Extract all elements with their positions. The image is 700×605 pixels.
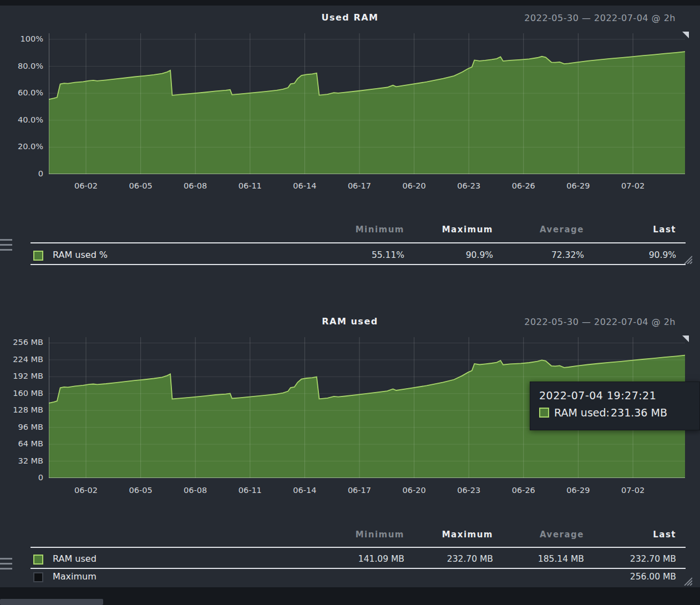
- y-axis-tick-label: 224 MB: [0, 355, 43, 364]
- legend-header-minimum: Minimum: [327, 225, 404, 235]
- x-axis-tick-label: 06-20: [403, 181, 426, 190]
- stat-average: 72.32%: [506, 250, 584, 260]
- legend-header-maximum: Maximum: [415, 225, 493, 235]
- y-axis-tick-label: 32 MB: [0, 456, 43, 465]
- y-axis-tick-label: 192 MB: [0, 372, 43, 380]
- plot-area[interactable]: [49, 33, 685, 174]
- x-axis-tick-label: 06-08: [184, 181, 207, 190]
- legend-header-minimum: Minimum: [327, 530, 404, 540]
- x-axis-tick-label: 06-20: [403, 486, 426, 495]
- x-axis-tick-label: 06-11: [239, 181, 262, 190]
- x-axis-tick-label: 06-14: [293, 181, 316, 190]
- x-axis-tick-label: 06-17: [348, 181, 371, 190]
- stat-maximum: 232.70 MB: [415, 554, 493, 564]
- y-axis-tick-label: 64 MB: [0, 439, 43, 448]
- resize-handle-icon[interactable]: [681, 575, 692, 586]
- series-swatch-icon[interactable]: [33, 251, 43, 261]
- x-axis-tick-label: 06-05: [129, 181, 153, 190]
- legend-header-last: Last: [598, 225, 676, 235]
- tooltip-series-row: RAM used: 231.36 MB: [539, 406, 699, 419]
- series-swatch-icon[interactable]: [33, 555, 43, 565]
- x-axis-tick-label: 06-23: [457, 486, 480, 495]
- resize-handle-icon[interactable]: [681, 253, 692, 264]
- x-axis-tick-label: 06-11: [239, 486, 262, 495]
- chart-tooltip: 2022-07-04 19:27:21 RAM used: 231.36 MB: [530, 382, 700, 430]
- x-axis-tick-label: 06-26: [512, 181, 535, 190]
- legend-header-average: Average: [506, 530, 584, 540]
- x-axis-tick-label: 06-17: [348, 486, 371, 495]
- x-axis-tick-label: 06-05: [129, 486, 153, 495]
- legend-header-last: Last: [598, 530, 676, 540]
- y-axis-tick-label: 160 MB: [0, 389, 43, 398]
- legend-divider: [31, 547, 686, 548]
- y-axis-tick-label: 0: [0, 473, 43, 482]
- legend-header-maximum: Maximum: [415, 530, 493, 540]
- stat-maximum: 90.9%: [415, 250, 493, 260]
- series-label: Maximum: [53, 571, 97, 582]
- bottom-strip: [0, 587, 700, 605]
- x-axis-tick-label: 06-29: [566, 181, 590, 190]
- legend-divider: [31, 264, 686, 265]
- top-strip: [0, 0, 700, 6]
- y-axis-tick-label: 256 MB: [0, 338, 43, 347]
- chart-panel-used-ram-percent: Used RAM 2022-05-30 — 2022-07-04 @ 2h 02…: [0, 6, 700, 266]
- legend-header-row: Minimum Maximum Average Last: [0, 530, 700, 542]
- tooltip-series-swatch-icon: [539, 408, 549, 418]
- y-axis-tick-label: 20.0%: [0, 142, 43, 151]
- legend-divider: [31, 568, 686, 569]
- horizontal-scrollbar-thumb[interactable]: [0, 599, 103, 605]
- x-axis-tick-label: 06-23: [457, 181, 480, 190]
- y-axis-tick-label: 80.0%: [0, 62, 43, 70]
- x-axis-tick-label: 06-26: [512, 486, 535, 495]
- x-axis-tick-label: 06-29: [566, 486, 590, 495]
- legend-row-ram-used[interactable]: RAM used 141.09 MB 232.70 MB 185.14 MB 2…: [0, 552, 700, 567]
- y-axis-tick-label: 60.0%: [0, 88, 43, 97]
- y-axis-tick-label: 40.0%: [0, 115, 43, 124]
- y-axis-tick-label: 0: [0, 169, 43, 178]
- series-label: RAM used: [53, 553, 97, 564]
- legend-row-maximum[interactable]: Maximum 256.00 MB: [0, 570, 700, 584]
- y-axis-tick-label: 96 MB: [0, 423, 43, 431]
- y-axis-tick-label: 128 MB: [0, 405, 43, 414]
- series-swatch-icon[interactable]: [33, 572, 43, 582]
- date-range-label: 2022-05-30 — 2022-07-04 @ 2h: [524, 317, 676, 327]
- series-label: RAM used %: [53, 250, 108, 260]
- x-axis-tick-label: 07-02: [621, 181, 645, 190]
- legend-header-average: Average: [506, 225, 584, 235]
- stat-last: 256.00 MB: [598, 572, 676, 582]
- stat-last: 232.70 MB: [598, 554, 676, 564]
- chart-canvas: [49, 33, 685, 174]
- tooltip-series-value: 231.36 MB: [611, 406, 667, 419]
- y-axis-tick-label: 100%: [0, 34, 43, 43]
- legend-divider: [31, 242, 686, 243]
- x-axis-tick-label: 06-14: [293, 486, 316, 495]
- stat-minimum: 55.11%: [327, 250, 404, 260]
- stat-last: 90.9%: [598, 250, 676, 260]
- x-axis-tick-label: 06-02: [74, 486, 98, 495]
- stat-average: 185.14 MB: [506, 554, 584, 564]
- chart-panel-ram-used-mb: RAM used 2022-05-30 — 2022-07-04 @ 2h 03…: [0, 309, 700, 587]
- legend-row-ram-used-percent[interactable]: RAM used % 55.11% 90.9% 72.32% 90.9%: [0, 248, 700, 263]
- tooltip-timestamp: 2022-07-04 19:27:21: [539, 389, 699, 401]
- x-axis-tick-label: 06-08: [184, 486, 207, 495]
- tooltip-series-label: RAM used:: [554, 406, 610, 419]
- x-axis-tick-label: 06-02: [74, 181, 98, 190]
- date-range-label: 2022-05-30 — 2022-07-04 @ 2h: [524, 13, 676, 23]
- x-axis-tick-label: 07-02: [621, 486, 645, 495]
- legend-header-row: Minimum Maximum Average Last: [0, 225, 700, 237]
- stat-minimum: 141.09 MB: [327, 554, 404, 564]
